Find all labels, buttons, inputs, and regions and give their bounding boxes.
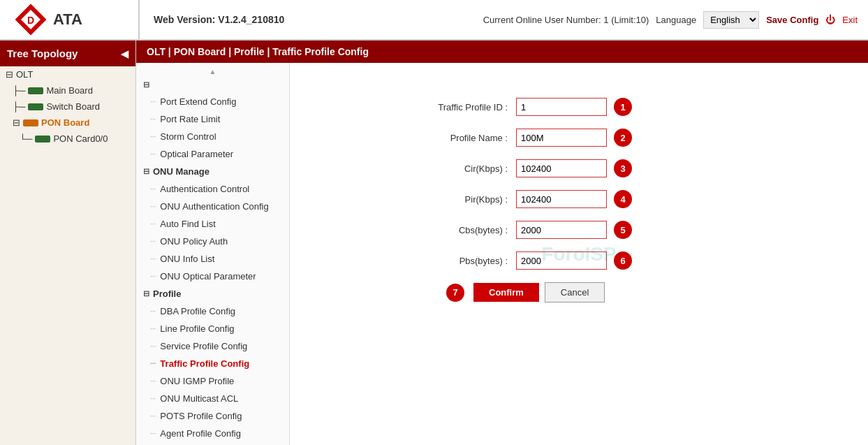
step-badge-6: 6: [614, 251, 632, 270]
pipe-icon: ├─: [13, 101, 25, 112]
main-board-label: Main Board: [46, 85, 92, 96]
form-row-cir: Cir(Kbps) : 3: [404, 159, 753, 177]
nav-storm-control[interactable]: Storm Control: [136, 128, 289, 145]
input-wrap-pir: 4: [516, 190, 632, 208]
input-wrap-cir: 3: [516, 159, 632, 177]
main-layout: Tree Topology ◀ ⊟ OLT ├─ Main Board ├─ S…: [0, 41, 868, 445]
logo-area: D ATA: [0, 0, 140, 39]
header: D ATA Web Version: V1.2.4_210810 Current…: [0, 0, 868, 41]
sidebar-item-pon-board[interactable]: ⊟ PON Board: [0, 115, 135, 131]
minus-icon2: ⊟: [13, 117, 20, 128]
sidebar-header: Tree Topology ◀: [0, 41, 135, 66]
nav-onu-info-list[interactable]: ONU Info List: [136, 250, 289, 268]
step-badge-1: 1: [614, 98, 632, 116]
sidebar-title: Tree Topology: [7, 48, 78, 59]
step-badge-5: 5: [614, 221, 632, 239]
section-profile[interactable]: ⊟ Profile: [136, 285, 289, 302]
input-pir[interactable]: [516, 190, 607, 208]
pon-card-label: PON Card0/0: [53, 133, 108, 144]
nav-onu-policy-auth[interactable]: ONU Policy Auth: [136, 233, 289, 250]
nav-port-extend-config[interactable]: Port Extend Config: [136, 93, 289, 110]
split-area: ▲ ⊟ Port Extend Config Port Rate Limit S…: [136, 63, 868, 445]
input-wrap-cbs: 5: [516, 221, 632, 239]
section-icon: ⊟: [143, 80, 149, 89]
sidebar-item-pon-card[interactable]: └─ PON Card0/0: [0, 131, 135, 147]
nav-onu-igmp-profile[interactable]: ONU IGMP Profile: [136, 372, 289, 390]
label-profile-name: Profile Name :: [404, 133, 516, 143]
collapse-arrow-icon[interactable]: ◀: [121, 48, 128, 59]
language-label: Language: [656, 15, 696, 25]
section-port-config[interactable]: ⊟: [136, 77, 289, 93]
step-badge-4: 4: [614, 190, 632, 208]
header-version: Web Version: V1.2.4_210810: [140, 14, 483, 25]
step-badge-3: 3: [614, 159, 632, 177]
form-table: Traffic Profile ID : 1 Profile Name : 2: [404, 98, 753, 302]
label-traffic-profile-id: Traffic Profile ID :: [404, 102, 516, 112]
nav-auto-find-list[interactable]: Auto Find List: [136, 215, 289, 233]
scroll-up[interactable]: ▲: [136, 66, 289, 77]
nav-agent-profile-config[interactable]: Agent Profile Config: [136, 425, 289, 442]
label-cir: Cir(Kbps) :: [404, 163, 516, 174]
power-icon: ⏻: [825, 14, 835, 25]
nav-onu-multicast-acl[interactable]: ONU Multicast ACL: [136, 390, 289, 407]
nav-optical-parameter[interactable]: Optical Parameter: [136, 145, 289, 163]
sidebar-item-main-board[interactable]: ├─ Main Board: [0, 82, 135, 99]
input-wrap-pbs: 6: [516, 251, 632, 270]
pon-board-icon: [23, 119, 38, 126]
input-cbs[interactable]: [516, 221, 607, 239]
save-config-link[interactable]: Save Config: [766, 15, 818, 25]
section-onu-manage[interactable]: ⊟ ONU Manage: [136, 163, 289, 180]
pon-board-label: PON Board: [41, 117, 89, 128]
profile-minus-icon: ⊟: [143, 289, 149, 298]
switch-board-label: Switch Board: [46, 101, 100, 112]
form-row-cbs: Cbs(bytes) : 5: [404, 221, 753, 239]
cancel-button[interactable]: Cancel: [545, 282, 605, 302]
sidebar-item-switch-board[interactable]: ├─ Switch Board: [0, 99, 135, 115]
nav-traffic-profile-config[interactable]: Traffic Profile Config: [136, 355, 289, 372]
nav-onu-auth-config[interactable]: ONU Authentication Config: [136, 198, 289, 215]
input-pbs[interactable]: [516, 251, 607, 270]
label-cbs: Cbs(bytes) :: [404, 225, 516, 235]
nav-pots-profile-config[interactable]: POTS Profile Config: [136, 407, 289, 425]
nav-authentication-control[interactable]: Authentication Control: [136, 180, 289, 198]
form-panel: ForoISP Traffic Profile ID : 1 Profile N…: [290, 63, 868, 445]
confirm-button[interactable]: Confirm: [473, 283, 539, 302]
form-row-traffic-profile-id: Traffic Profile ID : 1: [404, 98, 753, 116]
input-traffic-profile-id[interactable]: [516, 98, 607, 116]
header-right: Current Online User Number: 1 (Limit:10)…: [483, 11, 868, 29]
minus-icon: ⊟: [6, 69, 13, 80]
step-badge-7: 7: [446, 284, 464, 302]
sidebar: Tree Topology ◀ ⊟ OLT ├─ Main Board ├─ S…: [0, 41, 136, 445]
content-area: OLT | PON Board | Profile | Traffic Prof…: [136, 41, 868, 445]
minus-small-icon: ├─: [13, 85, 25, 96]
input-wrap-traffic-profile-id: 1: [516, 98, 632, 116]
section-minus-icon: ⊟: [143, 167, 149, 176]
nav-dba-profile-config[interactable]: DBA Profile Config: [136, 302, 289, 320]
breadcrumb: OLT | PON Board | Profile | Traffic Prof…: [136, 41, 868, 63]
step-badge-2: 2: [614, 129, 632, 147]
language-select[interactable]: English Chinese: [703, 11, 759, 29]
pon-card-icon: [35, 136, 50, 143]
input-profile-name[interactable]: [516, 129, 607, 147]
online-users-label: Current Online User Number: 1 (Limit:10): [483, 15, 649, 25]
sidebar-item-olt[interactable]: ⊟ OLT: [0, 66, 135, 82]
nav-onu-optical-parameter[interactable]: ONU Optical Parameter: [136, 268, 289, 285]
button-row: 7 Confirm Cancel: [446, 282, 753, 302]
label-pir: Pir(Kbps) :: [404, 194, 516, 205]
main-board-icon: [28, 87, 43, 94]
svg-text:D: D: [27, 15, 34, 26]
input-wrap-profile-name: 2: [516, 129, 632, 147]
label-pbs: Pbs(bytes) :: [404, 256, 516, 266]
left-nav: ▲ ⊟ Port Extend Config Port Rate Limit S…: [136, 63, 290, 445]
exit-link[interactable]: Exit: [842, 15, 858, 25]
form-row-profile-name: Profile Name : 2: [404, 129, 753, 147]
nav-service-profile-config[interactable]: Service Profile Config: [136, 337, 289, 355]
nav-port-rate-limit[interactable]: Port Rate Limit: [136, 110, 289, 128]
switch-board-icon: [28, 103, 43, 110]
input-cir[interactable]: [516, 159, 607, 177]
pipe-icon2: └─: [20, 133, 32, 144]
nav-line-profile-config[interactable]: Line Profile Config: [136, 320, 289, 337]
form-row-pir: Pir(Kbps) : 4: [404, 190, 753, 208]
form-row-pbs: Pbs(bytes) : 6: [404, 251, 753, 270]
logo-text: ATA: [53, 10, 82, 29]
